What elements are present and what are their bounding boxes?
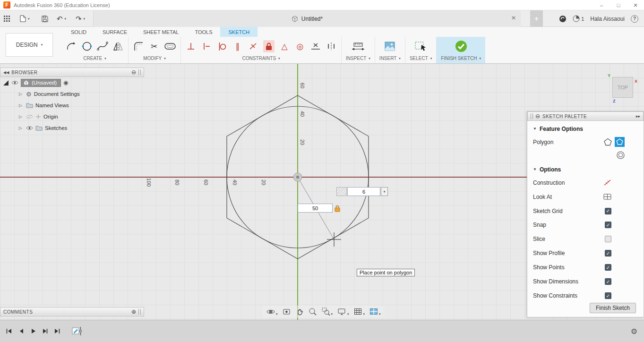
panel-grip[interactable] [531, 113, 533, 119]
pan-hand-icon[interactable] [296, 308, 304, 316]
mirror-icon[interactable] [112, 40, 124, 52]
arc-icon[interactable] [66, 40, 77, 52]
new-tab-button[interactable]: + [530, 10, 543, 27]
tab-surface[interactable]: SURFACE [94, 27, 135, 37]
coincident-constraint-icon[interactable] [185, 40, 197, 52]
panel-grip[interactable] [138, 309, 141, 315]
window-maximize-button[interactable]: □ [610, 0, 627, 10]
offset-icon[interactable] [164, 40, 176, 52]
expander-icon[interactable]: ▷ [19, 126, 24, 130]
timeline-skip-end-button[interactable] [54, 328, 60, 334]
circumscribed-polygon-icon-selected[interactable] [615, 137, 625, 147]
timeline-play-button[interactable] [30, 328, 36, 334]
tab-sheet-metal[interactable]: SHEET METAL [135, 27, 187, 37]
fix-lock-constraint-icon[interactable] [263, 40, 275, 52]
finish-sketch-dropdown[interactable]: FINISH SKETCH▾ [441, 56, 481, 63]
comments-header[interactable]: COMMENTS ⊕ [0, 307, 144, 316]
tab-close-icon[interactable]: ✕ [511, 15, 516, 21]
window-minimize-button[interactable]: – [593, 0, 610, 10]
select-dropdown[interactable]: SELECT▾ [410, 56, 432, 63]
insert-dropdown[interactable]: INSERT▾ [379, 56, 401, 63]
browser-item-sketches[interactable]: ▷ Sketches [0, 122, 144, 134]
file-menu-button[interactable]: ▾ [20, 10, 30, 27]
finish-sketch-button[interactable]: Finish Sketch [590, 303, 636, 313]
app-launcher-icon[interactable] [4, 10, 10, 27]
measure-icon[interactable] [350, 40, 366, 52]
grid-snap-icon[interactable]: ▾ [354, 308, 365, 316]
radius-input[interactable] [298, 204, 333, 213]
document-tab[interactable]: Untitled* ✕ [93, 10, 521, 27]
modify-dropdown[interactable]: MODIFY▾ [143, 56, 165, 63]
notification-button[interactable]: 1 [573, 15, 584, 22]
orbit-icon[interactable]: ▾ [266, 308, 278, 316]
browser-item-document-settings[interactable]: ▷ ⚙ Document Settings [0, 88, 144, 100]
undo-button[interactable]: ↶ ▾ [57, 10, 66, 27]
dock-icon[interactable]: ⊖ [535, 113, 540, 120]
expander-icon[interactable]: ▷ [19, 92, 24, 96]
tab-solid[interactable]: SOLID [63, 27, 94, 37]
look-at-plane-icon[interactable] [603, 193, 611, 200]
constraints-dropdown[interactable]: CONSTRAINTS▾ [242, 56, 280, 63]
display-settings-icon[interactable]: ▾ [337, 308, 349, 316]
viewports-icon[interactable]: ▾ [369, 308, 381, 316]
timeline-step-forward-button[interactable] [42, 328, 48, 334]
help-button[interactable]: ? [631, 15, 638, 23]
symmetry-constraint-icon[interactable] [326, 40, 337, 52]
timeline-sketch-feature-marker[interactable] [72, 326, 82, 336]
sketch-palette-header[interactable]: ⊖ SKETCH PALETTE ▸▸ [527, 111, 644, 121]
tab-tools[interactable]: TOOLS [187, 27, 220, 37]
inspect-dropdown[interactable]: INSPECT▾ [346, 56, 370, 63]
inscribed-polygon-icon[interactable] [617, 151, 625, 159]
timeline-skip-start-button[interactable] [6, 328, 12, 334]
browser-root-row[interactable]: (Unsaved) ◉ [0, 77, 144, 88]
sides-input[interactable] [347, 187, 380, 196]
feature-options-section[interactable]: ▼ Feature Options [533, 123, 638, 135]
slice-checkbox[interactable] [605, 236, 611, 242]
midpoint-constraint-icon[interactable] [310, 40, 321, 52]
spline-icon[interactable] [97, 40, 108, 52]
tab-sketch[interactable]: SKETCH [220, 27, 258, 37]
zoom-window-icon[interactable]: ▾ [322, 308, 333, 316]
panel-grip[interactable] [138, 69, 141, 75]
collapse-panel-icon[interactable]: ◀◀ [3, 70, 9, 75]
timeline-step-back-button[interactable] [18, 328, 24, 334]
expander-icon[interactable]: ▷ [19, 103, 24, 108]
dimension-drag-handle[interactable] [336, 187, 347, 196]
window-close-button[interactable]: ✕ [627, 0, 644, 10]
circle-2pt-icon[interactable] [81, 40, 93, 52]
horizontal-vertical-constraint-icon[interactable] [201, 40, 212, 52]
look-at-icon[interactable] [283, 308, 291, 316]
show-profile-checkbox[interactable]: ✓ [605, 250, 611, 256]
browser-header[interactable]: ◀◀ BROWSER ⊖ [0, 68, 144, 77]
show-dimensions-checkbox[interactable]: ✓ [605, 278, 611, 285]
user-account-button[interactable]: Hala Aissaoui [590, 16, 625, 22]
perpendicular-constraint-icon[interactable] [248, 40, 259, 52]
sides-dropdown-button[interactable]: ▾ [381, 187, 388, 196]
sketch-grid-checkbox[interactable]: ✓ [605, 208, 611, 214]
finish-sketch-icon[interactable] [454, 40, 468, 52]
construction-icon[interactable] [603, 179, 611, 186]
equal-constraint-icon[interactable]: △ [279, 40, 290, 52]
job-status-icon[interactable] [559, 15, 567, 23]
options-section[interactable]: ▼ Options [533, 163, 638, 176]
save-button[interactable] [42, 10, 48, 27]
concentric-constraint-icon[interactable]: ◎ [294, 40, 306, 52]
insert-image-icon[interactable] [384, 40, 395, 52]
parallel-constraint-icon[interactable]: ∥ [232, 40, 243, 52]
browser-item-origin[interactable]: ▷ Origin [0, 111, 144, 122]
show-points-checkbox[interactable]: ✓ [605, 264, 611, 271]
view-cube[interactable]: TOP [612, 77, 633, 98]
redo-button[interactable]: ↷ ▾ [76, 10, 85, 27]
expand-panel-icon[interactable]: ⊕ [131, 308, 136, 315]
tangent-constraint-icon[interactable] [216, 40, 228, 52]
show-constraints-checkbox[interactable]: ✓ [605, 292, 611, 299]
fillet-icon[interactable] [133, 40, 144, 52]
model-canvas[interactable]: 60 40 20 100 80 60 40 20 TOP Y X Z ▾ Pla… [0, 64, 644, 320]
expand-panel-icon[interactable]: ▸▸ [636, 114, 640, 119]
create-dropdown[interactable]: CREATE▾ [83, 56, 106, 63]
expander-icon[interactable]: ▷ [19, 114, 24, 119]
select-icon[interactable] [414, 40, 428, 52]
active-document-radio-icon[interactable]: ◉ [63, 79, 68, 86]
zoom-icon[interactable] [309, 308, 317, 316]
timeline-settings-gear-icon[interactable]: ⚙ [631, 327, 637, 336]
